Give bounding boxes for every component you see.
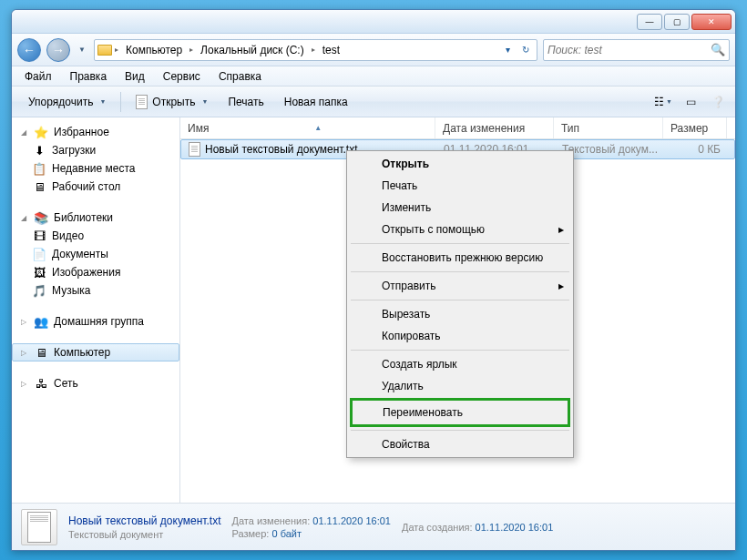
sort-asc-icon: ▲: [314, 124, 322, 132]
separator: [351, 350, 569, 351]
ctx-openwith[interactable]: Открыть с помощью: [349, 219, 571, 240]
ctx-edit[interactable]: Изменить: [349, 197, 571, 219]
ctx-copy[interactable]: Копировать: [349, 325, 571, 347]
menu-edit[interactable]: Правка: [61, 68, 117, 85]
new-folder-button[interactable]: Новая папка: [275, 92, 357, 112]
details-size: 0 байт: [271, 528, 302, 539]
expand-icon[interactable]: ▷: [19, 317, 28, 326]
ctx-shortcut[interactable]: Создать ярлык: [349, 353, 571, 375]
maximize-button[interactable]: ▢: [664, 14, 690, 30]
file-name: Новый текстовый документ.txt: [205, 143, 358, 156]
sidebar-libraries[interactable]: ◢📚Библиотеки: [12, 209, 179, 227]
expand-icon[interactable]: ▷: [19, 348, 28, 357]
sidebar-computer[interactable]: ▷🖥Компьютер: [12, 343, 179, 361]
sidebar-item-downloads[interactable]: ⬇Загрузки: [12, 141, 179, 159]
separator: [351, 430, 569, 431]
titlebar: — ▢ ✕: [12, 10, 735, 34]
sidebar-favorites[interactable]: ◢⭐Избранное: [12, 123, 179, 141]
column-date[interactable]: Дата изменения: [435, 117, 554, 138]
details-created: 01.11.2020 16:01: [476, 522, 554, 533]
sidebar-homegroup[interactable]: ▷👥Домашняя группа: [12, 312, 179, 331]
breadcrumb-drive[interactable]: Локальный диск (C:): [195, 40, 310, 60]
column-name[interactable]: Имя▲: [180, 117, 435, 138]
details-filetype: Текстовый документ: [68, 529, 221, 540]
refresh-button[interactable]: ↻: [517, 41, 535, 59]
ctx-cut[interactable]: Вырезать: [349, 303, 571, 325]
collapse-icon[interactable]: ◢: [19, 127, 28, 137]
chevron-right-icon[interactable]: ▸: [310, 46, 317, 54]
video-icon: 🎞: [32, 229, 46, 243]
separator: [351, 243, 569, 244]
desktop-icon: 🖥: [32, 179, 46, 194]
menu-help[interactable]: Справка: [210, 68, 271, 85]
sidebar-item-recent[interactable]: 📋Недавние места: [12, 159, 179, 178]
file-thumbnail: [21, 509, 57, 545]
separator: [120, 92, 121, 112]
homegroup-icon: 👥: [34, 314, 48, 329]
open-button[interactable]: Открыть▼: [127, 91, 217, 113]
recent-icon: 📋: [32, 161, 46, 176]
column-type[interactable]: Тип: [554, 117, 663, 138]
library-icon: 📚: [34, 210, 48, 225]
search-input[interactable]: [547, 44, 711, 56]
navigation-bar: ← → ▼ ▸ Компьютер ▸ Локальный диск (C:) …: [12, 34, 735, 66]
close-button[interactable]: ✕: [691, 14, 732, 30]
collapse-icon[interactable]: ◢: [19, 213, 28, 222]
search-icon[interactable]: 🔍: [711, 43, 725, 56]
preview-pane-button[interactable]: ▭: [680, 92, 701, 112]
ctx-restore[interactable]: Восстановить прежнюю версию: [349, 247, 571, 269]
highlight-box: Переименовать: [350, 398, 570, 427]
ctx-delete[interactable]: Удалить: [349, 375, 571, 397]
document-icon: 📄: [32, 247, 46, 261]
column-headers: Имя▲ Дата изменения Тип Размер: [180, 117, 735, 139]
details-filename: Новый текстовый документ.txt: [68, 514, 221, 527]
help-button[interactable]: ❔: [708, 92, 728, 112]
ctx-open[interactable]: Открыть: [349, 153, 571, 175]
menu-bar: Файл Правка Вид Сервис Справка: [12, 66, 735, 87]
ctx-print[interactable]: Печать: [349, 175, 571, 197]
address-bar[interactable]: ▸ Компьютер ▸ Локальный диск (C:) ▸ test…: [94, 39, 537, 61]
separator: [351, 300, 569, 300]
sidebar-item-music[interactable]: 🎵Музыка: [12, 281, 179, 300]
breadcrumb-computer[interactable]: Компьютер: [120, 40, 188, 60]
address-dropdown-button[interactable]: ▾: [498, 41, 517, 59]
sidebar-item-documents[interactable]: 📄Документы: [12, 245, 179, 263]
navigation-pane: ◢⭐Избранное ⬇Загрузки 📋Недавние места 🖥Р…: [12, 117, 180, 503]
forward-button[interactable]: →: [46, 38, 70, 62]
menu-view[interactable]: Вид: [116, 68, 154, 85]
search-box[interactable]: 🔍: [543, 39, 730, 61]
sidebar-item-pictures[interactable]: 🖼Изображения: [12, 263, 179, 281]
separator: [351, 271, 569, 272]
column-size[interactable]: Размер: [663, 117, 727, 138]
toolbar: Упорядочить▼ Открыть▼ Печать Новая папка…: [12, 87, 735, 117]
breadcrumb-folder[interactable]: test: [317, 40, 345, 60]
menu-file[interactable]: Файл: [15, 68, 61, 85]
sidebar-item-videos[interactable]: 🎞Видео: [12, 227, 179, 245]
folder-icon: [97, 42, 113, 58]
star-icon: ⭐: [34, 125, 48, 139]
ctx-properties[interactable]: Свойства: [349, 433, 571, 455]
sidebar-network[interactable]: ▷🖧Сеть: [12, 374, 179, 392]
organize-button[interactable]: Упорядочить▼: [19, 92, 115, 112]
computer-icon: 🖥: [34, 345, 48, 360]
print-button[interactable]: Печать: [219, 92, 272, 112]
sidebar-item-desktop[interactable]: 🖥Рабочий стол: [12, 178, 179, 196]
details-pane: Новый текстовый документ.txt Текстовый д…: [12, 503, 735, 550]
minimize-button[interactable]: —: [637, 14, 662, 30]
network-icon: 🖧: [34, 376, 48, 391]
file-size: 0 КБ: [664, 143, 728, 156]
file-icon: [136, 95, 148, 109]
view-options-button[interactable]: ☷▼: [653, 92, 673, 112]
menu-tools[interactable]: Сервис: [154, 68, 210, 85]
picture-icon: 🖼: [32, 265, 46, 280]
chevron-right-icon[interactable]: ▸: [113, 46, 120, 54]
back-button[interactable]: ←: [17, 38, 41, 62]
context-menu: Открыть Печать Изменить Открыть с помощь…: [346, 150, 574, 458]
ctx-rename[interactable]: Переименовать: [353, 401, 568, 424]
text-file-icon: [189, 142, 200, 157]
chevron-right-icon[interactable]: ▸: [188, 46, 195, 54]
download-icon: ⬇: [32, 143, 46, 158]
ctx-sendto[interactable]: Отправить: [349, 275, 571, 297]
expand-icon[interactable]: ▷: [19, 379, 28, 388]
nav-history-dropdown[interactable]: ▼: [76, 40, 88, 60]
